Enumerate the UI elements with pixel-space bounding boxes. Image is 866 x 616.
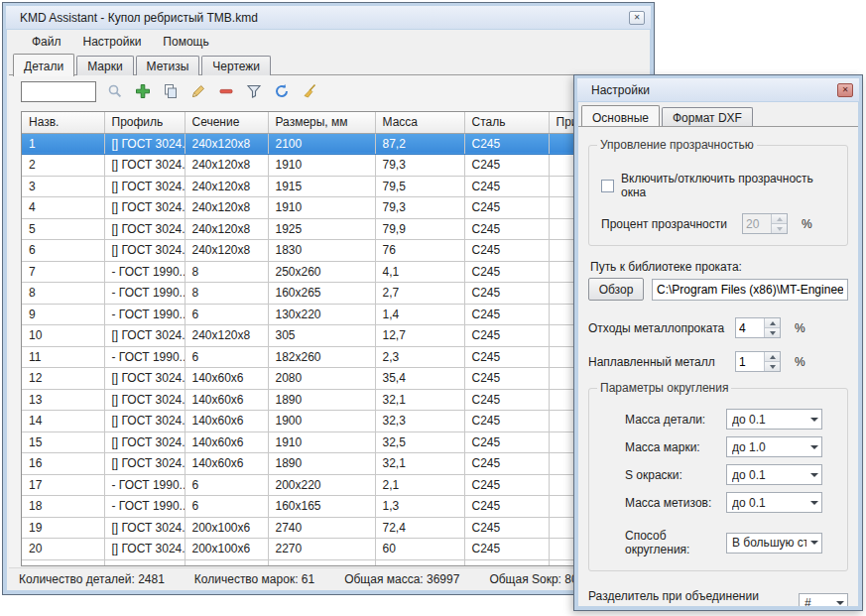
spin-down-icon[interactable] (765, 361, 780, 371)
cell-mass[interactable]: 32,1 (375, 389, 464, 411)
cell-section[interactable]: 240x120x8 (185, 325, 268, 347)
tab-drawings[interactable]: Чертежи (201, 56, 271, 75)
cell-name[interactable]: 13 (22, 389, 104, 411)
table-row[interactable]: 15[] ГОСТ 3024...140x60x6191032,5С245 (22, 431, 649, 453)
table-row[interactable]: 17- ГОСТ 1990...6200x2202,1С245 (22, 474, 649, 496)
cell-size[interactable]: 200x220 (268, 474, 375, 496)
cell-section[interactable]: 140x60x6 (185, 411, 268, 432)
filter-icon[interactable] (245, 82, 263, 100)
delete-icon[interactable] (217, 82, 235, 100)
cell-section[interactable]: 200x100x6 (185, 559, 268, 566)
cell-steel[interactable]: С245 (464, 155, 549, 177)
cell-profile[interactable]: [] ГОСТ 3024... (104, 218, 185, 240)
cell-size[interactable]: 2080 (268, 368, 375, 390)
library-path-input[interactable] (652, 279, 848, 301)
cell-name[interactable]: 19 (22, 517, 104, 539)
cell-size[interactable]: 130x220 (268, 304, 375, 325)
cell-profile[interactable]: [] ГОСТ 3024... (104, 155, 185, 177)
cell-steel[interactable]: С245 (464, 517, 549, 539)
menu-settings[interactable]: Настройки (72, 32, 153, 52)
cell-name[interactable]: 2 (22, 155, 104, 177)
table-row[interactable]: 21[] ГОСТ 3024...200x100x6177046,8С245 (22, 559, 649, 566)
col-header-section[interactable]: Сечение (185, 112, 268, 133)
table-row[interactable]: 11- ГОСТ 1990...6182x2602,3С245 (22, 346, 649, 368)
edit-icon[interactable] (189, 82, 207, 100)
cell-size[interactable]: 305 (268, 325, 375, 347)
cell-mass[interactable]: 72,4 (375, 517, 464, 539)
cell-steel[interactable]: С245 (464, 283, 549, 305)
cell-mass[interactable]: 1,3 (375, 496, 464, 518)
waste-spinner[interactable] (735, 317, 781, 338)
table-row[interactable]: 20[] ГОСТ 3024...200x100x6227060С245 (22, 539, 649, 560)
spin-up-icon[interactable] (765, 318, 780, 327)
copy-icon[interactable] (162, 82, 180, 100)
cell-name[interactable]: 7 (22, 261, 104, 283)
cell-section[interactable]: 6 (185, 496, 268, 518)
table-row[interactable]: 7- ГОСТ 1990...8250x2604,1С245 (22, 261, 649, 283)
cell-size[interactable]: 182x260 (268, 346, 375, 368)
cell-profile[interactable]: [] ГОСТ 3024... (104, 389, 185, 411)
cell-name[interactable]: 11 (22, 346, 104, 368)
weld-spinner[interactable] (735, 351, 781, 372)
table-row[interactable]: 8- ГОСТ 1990...8160x2652,7С245 (22, 283, 649, 305)
cell-section[interactable]: 6 (185, 474, 268, 496)
transparency-checkbox-label[interactable]: Включить/отключить прозрачность окна (621, 172, 839, 199)
dialog-tab-dxf[interactable]: Формат DXF (662, 107, 753, 127)
cell-steel[interactable]: С245 (464, 240, 549, 262)
cell-mass[interactable]: 60 (375, 539, 464, 560)
spin-up-icon[interactable] (765, 352, 780, 361)
table-row[interactable]: 19[] ГОСТ 3024...200x100x6274072,4С245 (22, 517, 649, 539)
cell-mass[interactable]: 46,8 (375, 559, 464, 566)
cell-name[interactable]: 1 (22, 133, 104, 155)
cell-section[interactable]: 240x120x8 (185, 133, 268, 155)
cell-profile[interactable]: [] ГОСТ 3024... (104, 453, 185, 475)
cell-size[interactable]: 1900 (268, 411, 375, 432)
cell-profile[interactable]: [] ГОСТ 3024... (104, 325, 185, 347)
dialog-close-button[interactable]: ✕ (837, 83, 853, 97)
dialog-titlebar[interactable]: Настройки ✕ (577, 78, 859, 101)
main-close-button[interactable]: ✕ (629, 11, 645, 25)
cell-steel[interactable]: С245 (464, 496, 549, 518)
table-row[interactable]: 13[] ГОСТ 3024...140x60x6189032,1С245 (22, 389, 649, 411)
table-row[interactable]: 1[] ГОСТ 3024...240x120x8210087,2С245 (22, 133, 649, 155)
cell-steel[interactable]: С245 (464, 431, 549, 453)
add-icon[interactable] (134, 82, 152, 100)
table-row[interactable]: 6[] ГОСТ 3024...240x120x8183076С245 (22, 240, 649, 262)
cell-name[interactable]: 4 (22, 197, 104, 219)
cell-size[interactable]: 1910 (268, 431, 375, 453)
table-row[interactable]: 16[] ГОСТ 3024...140x60x6189032,1С245 (22, 453, 649, 475)
clean-icon[interactable] (301, 82, 318, 100)
cell-size[interactable]: 1890 (268, 389, 375, 411)
cell-section[interactable]: 6 (185, 346, 268, 368)
search-icon[interactable] (106, 82, 124, 100)
cell-profile[interactable]: [] ГОСТ 3024... (104, 176, 185, 197)
cell-section[interactable]: 140x60x6 (185, 453, 268, 475)
cell-mass[interactable]: 87,2 (375, 133, 464, 155)
cell-size[interactable]: 1915 (268, 176, 375, 197)
cell-mass[interactable]: 76 (375, 240, 464, 262)
cell-size[interactable]: 2270 (268, 539, 375, 560)
cell-name[interactable]: 21 (22, 559, 104, 566)
cell-name[interactable]: 16 (22, 453, 104, 475)
cell-section[interactable]: 240x120x8 (185, 197, 268, 219)
cell-mass[interactable]: 79,9 (375, 218, 464, 240)
cell-mass[interactable]: 2,7 (375, 283, 464, 305)
cell-name[interactable]: 18 (22, 496, 104, 518)
mass-detail-combo[interactable]: до 0.1 (726, 409, 822, 430)
cell-steel[interactable]: С245 (464, 304, 549, 325)
cell-section[interactable]: 200x100x6 (185, 517, 268, 539)
cell-name[interactable]: 12 (22, 368, 104, 390)
table-row[interactable]: 3[] ГОСТ 3024...240x120x8191579,5С245 (22, 176, 649, 197)
cell-profile[interactable]: [] ГОСТ 3024... (104, 517, 185, 539)
cell-profile[interactable]: - ГОСТ 1990... (104, 283, 185, 305)
cell-section[interactable]: 240x120x8 (185, 176, 268, 197)
cell-steel[interactable]: С245 (464, 261, 549, 283)
main-titlebar[interactable]: KMD Assistant - Купол ребристый ТМВ.kmd … (6, 6, 651, 29)
cell-name[interactable]: 15 (22, 431, 104, 453)
cell-name[interactable]: 20 (22, 539, 104, 560)
col-header-size[interactable]: Размеры, мм (268, 112, 375, 133)
cell-size[interactable]: 1890 (268, 453, 375, 475)
cell-size[interactable]: 1910 (268, 197, 375, 219)
cell-steel[interactable]: С245 (464, 176, 549, 197)
cell-steel[interactable]: С245 (464, 368, 549, 390)
